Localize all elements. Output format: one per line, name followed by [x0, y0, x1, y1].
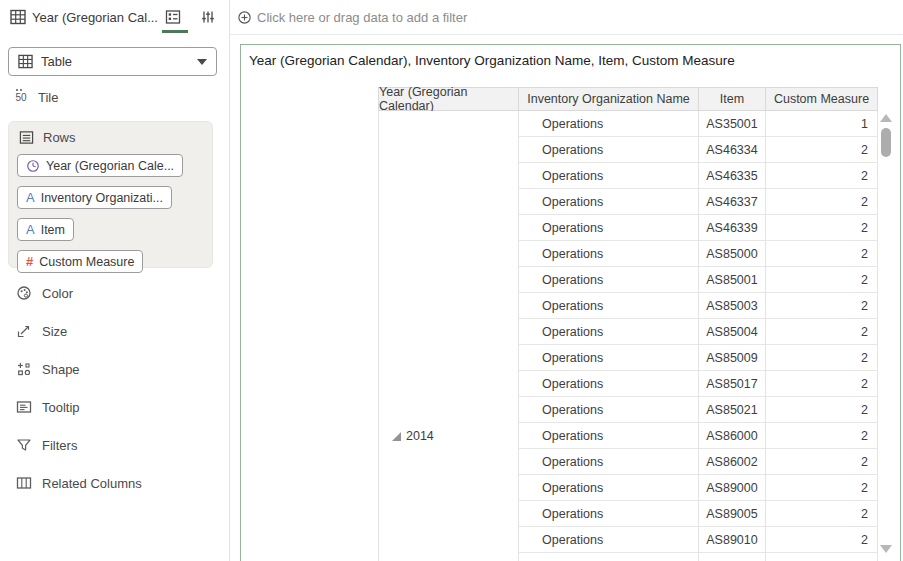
cell-item[interactable]: AS35001 — [699, 111, 766, 137]
table-row[interactable] — [519, 553, 878, 561]
table-row[interactable]: Operations AS35001 1 — [519, 111, 878, 137]
cell-item[interactable]: AS89010 — [699, 527, 766, 553]
cell-inventory-organization[interactable]: Operations — [519, 137, 699, 163]
viz-tab-header: Year (Gregorian Cal... — [0, 0, 230, 34]
cell-item[interactable]: AS86002 — [699, 449, 766, 475]
cell-custom-measure[interactable]: 2 — [766, 163, 878, 189]
sidebar-item-label: Size — [42, 324, 67, 339]
cell-item[interactable]: AS85021 — [699, 397, 766, 423]
grammar-panel-icon[interactable] — [165, 9, 181, 25]
pill-label: Item — [41, 223, 65, 237]
cell-custom-measure[interactable]: 2 — [766, 293, 878, 319]
viz-type-dropdown[interactable]: Table — [8, 47, 217, 76]
cell-custom-measure[interactable]: 2 — [766, 475, 878, 501]
cell-inventory-organization[interactable]: Operations — [519, 163, 699, 189]
cell-inventory-organization[interactable]: Operations — [519, 371, 699, 397]
cell-inventory-organization[interactable]: Operations — [519, 527, 699, 553]
cell-inventory-organization[interactable]: Operations — [519, 319, 699, 345]
tile-target[interactable]: 50 Tile — [13, 87, 58, 107]
cell-item[interactable]: AS85003 — [699, 293, 766, 319]
table-row[interactable]: Operations AS86002 2 — [519, 449, 878, 475]
cell-inventory-organization[interactable]: Operations — [519, 423, 699, 449]
cell-custom-measure[interactable]: 2 — [766, 371, 878, 397]
cell-custom-measure[interactable]: 2 — [766, 423, 878, 449]
column-header-custom-measure[interactable]: Custom Measure — [766, 88, 878, 110]
table-row[interactable]: Operations AS46334 2 — [519, 137, 878, 163]
cell-item[interactable]: AS85009 — [699, 345, 766, 371]
cell-item[interactable]: AS85004 — [699, 319, 766, 345]
table-row[interactable]: Operations AS89005 2 — [519, 501, 878, 527]
table-row[interactable]: Operations AS85001 2 — [519, 267, 878, 293]
cell-item[interactable]: AS85017 — [699, 371, 766, 397]
cell-inventory-organization[interactable]: Operations — [519, 397, 699, 423]
cell-item[interactable]: AS85000 — [699, 241, 766, 267]
scrollbar-thumb[interactable] — [881, 128, 891, 157]
sidebar-item-filters[interactable]: Filters — [16, 426, 221, 464]
cell-custom-measure[interactable]: 2 — [766, 345, 878, 371]
cell-custom-measure[interactable]: 2 — [766, 397, 878, 423]
pill-year[interactable]: Year (Gregorian Cale... — [17, 154, 183, 177]
table-row[interactable]: Operations AS85003 2 — [519, 293, 878, 319]
cell-item[interactable]: AS46339 — [699, 215, 766, 241]
sidebar-item-shape[interactable]: Shape — [16, 350, 221, 388]
viz-canvas[interactable]: Year (Gregorian Calendar), Inventory Org… — [240, 44, 901, 561]
cell-inventory-organization[interactable]: Operations — [519, 345, 699, 371]
cell-item[interactable]: AS85001 — [699, 267, 766, 293]
cell-custom-measure[interactable]: 2 — [766, 267, 878, 293]
cell-custom-measure[interactable]: 2 — [766, 527, 878, 553]
sidebar-item-color[interactable]: Color — [16, 274, 221, 312]
cell-inventory-organization[interactable]: Operations — [519, 293, 699, 319]
table-row[interactable]: Operations AS46339 2 — [519, 215, 878, 241]
table-row[interactable]: Operations AS85021 2 — [519, 397, 878, 423]
cell-inventory-organization[interactable]: Operations — [519, 501, 699, 527]
cell-inventory-organization[interactable]: Operations — [519, 111, 699, 137]
cell-item[interactable]: AS46334 — [699, 137, 766, 163]
sidebar-item-related-columns[interactable]: Related Columns — [16, 464, 221, 502]
cell-custom-measure[interactable]: 2 — [766, 137, 878, 163]
column-header-item[interactable]: Item — [699, 88, 766, 110]
cell-item[interactable]: AS89000 — [699, 475, 766, 501]
cell-custom-measure[interactable] — [766, 553, 878, 561]
table-row[interactable]: Operations AS46337 2 — [519, 189, 878, 215]
cell-custom-measure[interactable]: 1 — [766, 111, 878, 137]
table-row[interactable]: Operations AS85009 2 — [519, 345, 878, 371]
cell-custom-measure[interactable]: 2 — [766, 319, 878, 345]
cell-item[interactable]: AS86000 — [699, 423, 766, 449]
cell-inventory-organization[interactable]: Operations — [519, 241, 699, 267]
sidebar-item-tooltip[interactable]: Tooltip — [16, 388, 221, 426]
properties-sliders-icon[interactable] — [200, 9, 216, 25]
table-row[interactable]: Operations AS85004 2 — [519, 319, 878, 345]
cell-item[interactable]: AS89005 — [699, 501, 766, 527]
cell-inventory-organization[interactable]: Operations — [519, 475, 699, 501]
cell-custom-measure[interactable]: 2 — [766, 241, 878, 267]
cell-item[interactable]: AS46337 — [699, 189, 766, 215]
cell-custom-measure[interactable]: 2 — [766, 501, 878, 527]
year-group-toggle[interactable]: 2014 — [392, 429, 434, 443]
pill-inventory-organization[interactable]: A Inventory Organizati... — [17, 186, 172, 209]
cell-inventory-organization[interactable]: Operations — [519, 189, 699, 215]
pill-custom-measure[interactable]: # Custom Measure — [17, 250, 143, 273]
table-row[interactable]: Operations AS85000 2 — [519, 241, 878, 267]
sidebar-item-size[interactable]: Size — [16, 312, 221, 350]
table-row[interactable]: Operations AS89000 2 — [519, 475, 878, 501]
cell-inventory-organization[interactable] — [519, 553, 699, 561]
pill-item[interactable]: A Item — [17, 218, 74, 241]
cell-inventory-organization[interactable]: Operations — [519, 215, 699, 241]
cell-inventory-organization[interactable]: Operations — [519, 449, 699, 475]
table-row[interactable]: Operations AS89010 2 — [519, 527, 878, 553]
cell-custom-measure[interactable]: 2 — [766, 449, 878, 475]
table-row[interactable]: Operations AS86000 2 — [519, 423, 878, 449]
cell-item[interactable] — [699, 553, 766, 561]
column-header-inventory-organization[interactable]: Inventory Organization Name — [519, 88, 699, 110]
column-header-year[interactable]: Year (Gregorian Calendar) — [378, 88, 519, 110]
vertical-scrollbar[interactable] — [878, 111, 894, 557]
scroll-up-icon[interactable] — [880, 114, 892, 122]
scroll-down-icon[interactable] — [880, 545, 892, 553]
table-row[interactable]: Operations AS46335 2 — [519, 163, 878, 189]
filter-bar[interactable]: Click here or drag data to add a filter — [231, 0, 903, 34]
cell-inventory-organization[interactable]: Operations — [519, 267, 699, 293]
cell-custom-measure[interactable]: 2 — [766, 189, 878, 215]
cell-custom-measure[interactable]: 2 — [766, 215, 878, 241]
table-row[interactable]: Operations AS85017 2 — [519, 371, 878, 397]
cell-item[interactable]: AS46335 — [699, 163, 766, 189]
